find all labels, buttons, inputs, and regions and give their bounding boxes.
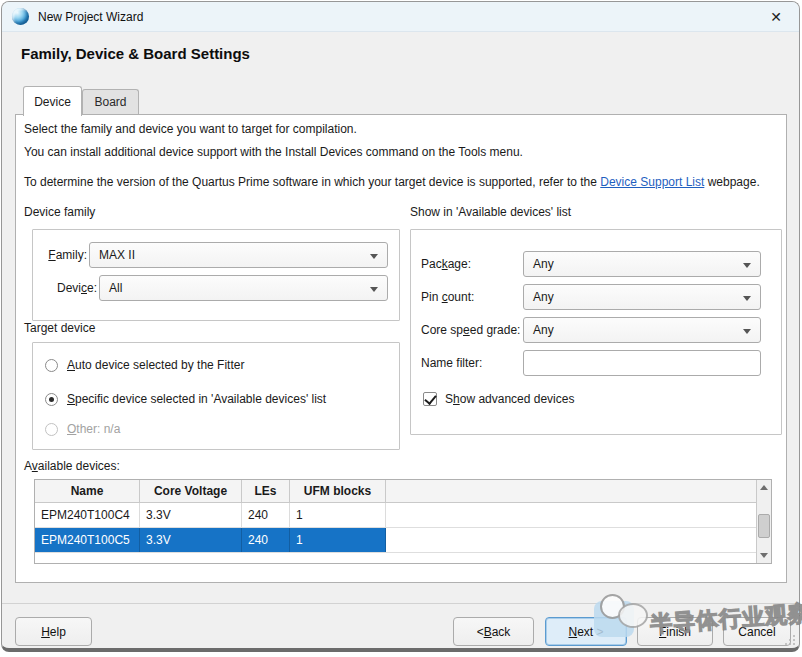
intro-line-2: You can install additional device suppor… — [24, 145, 523, 159]
cell-name: EPM240T100C5 — [35, 528, 140, 552]
show-filters-group: Package: Any Pin count: Any Core speed g… — [410, 229, 782, 435]
button-row-separator — [2, 603, 799, 604]
scroll-up-icon[interactable] — [757, 480, 771, 495]
scroll-down-icon[interactable] — [757, 548, 771, 563]
resize-grip[interactable] — [785, 635, 795, 645]
cancel-button[interactable]: Cancel — [723, 617, 791, 646]
package-dropdown[interactable]: Any — [523, 251, 761, 277]
target-device-title: Target device — [24, 321, 95, 335]
cell-core-voltage: 3.3V — [140, 503, 242, 527]
chevron-down-icon — [370, 287, 378, 292]
cell-name: EPM240T100C4 — [35, 503, 140, 527]
device-label: Device: — [41, 281, 97, 295]
column-header-filler — [386, 480, 771, 502]
chevron-down-icon — [743, 263, 751, 268]
device-tab-panel: Select the family and device you want to… — [15, 114, 787, 583]
radio-auto-device-label: Auto device selected by the Fitter — [67, 358, 244, 372]
intro-line-3: To determine the version of the Quartus … — [24, 175, 760, 189]
checkbox-checked-icon — [423, 392, 437, 406]
radio-other: Other: n/a — [45, 419, 120, 439]
available-devices-label: Available devices: — [24, 459, 120, 473]
cell-filler — [386, 503, 771, 527]
intro-line-1: Select the family and device you want to… — [24, 122, 357, 136]
cell-les: 240 — [242, 528, 290, 552]
intro-line-3-suffix: webpage. — [704, 175, 759, 189]
help-button[interactable]: Help — [15, 617, 92, 646]
cell-ufm-blocks: 1 — [290, 528, 386, 552]
pin-count-label: Pin count: — [421, 290, 474, 304]
family-dropdown-value: MAX II — [99, 248, 135, 262]
table-row[interactable]: EPM240T100C4 3.3V 240 1 — [35, 503, 771, 528]
family-dropdown[interactable]: MAX II — [89, 242, 388, 268]
intro-line-3-prefix: To determine the version of the Quartus … — [24, 175, 600, 189]
scrollbar-thumb[interactable] — [758, 514, 770, 538]
radio-icon — [45, 359, 58, 372]
show-advanced-devices-label: Show advanced devices — [445, 392, 574, 406]
table-scrollbar[interactable] — [756, 480, 771, 563]
radio-auto-device[interactable]: Auto device selected by the Fitter — [45, 355, 244, 375]
cell-filler — [386, 528, 771, 552]
show-filters-title: Show in 'Available devices' list — [410, 205, 571, 219]
radio-specific-device[interactable]: Specific device selected in 'Available d… — [45, 389, 326, 409]
titlebar: New Project Wizard ✕ — [2, 2, 799, 32]
device-family-title: Device family — [24, 205, 95, 219]
chevron-down-icon — [370, 254, 378, 259]
available-devices-table[interactable]: Name Core Voltage LEs UFM blocks EPM240T… — [34, 479, 772, 564]
radio-specific-device-label: Specific device selected in 'Available d… — [67, 392, 326, 406]
column-header-name[interactable]: Name — [35, 480, 140, 502]
radio-disabled-icon — [45, 423, 58, 436]
cell-ufm-blocks: 1 — [290, 503, 386, 527]
close-icon[interactable]: ✕ — [767, 8, 785, 26]
window-title: New Project Wizard — [38, 10, 143, 24]
package-label: Package: — [421, 257, 471, 271]
device-support-list-link[interactable]: Device Support List — [600, 175, 704, 189]
name-filter-input[interactable] — [523, 350, 761, 376]
table-row-selected[interactable]: EPM240T100C5 3.3V 240 1 — [35, 528, 771, 553]
finish-button[interactable]: Finish — [637, 617, 713, 646]
device-dropdown[interactable]: All — [99, 275, 388, 301]
chevron-down-icon — [743, 329, 751, 334]
name-filter-label: Name filter: — [421, 356, 482, 370]
tab-board[interactable]: Board — [82, 89, 139, 114]
pin-count-dropdown-value: Any — [533, 290, 554, 304]
family-label: Family: — [41, 248, 87, 262]
device-family-group: Family: MAX II Device: All — [32, 229, 400, 321]
radio-other-label: Other: n/a — [67, 422, 120, 436]
core-speed-grade-dropdown[interactable]: Any — [523, 317, 761, 343]
column-header-ufm-blocks[interactable]: UFM blocks — [290, 480, 386, 502]
column-header-core-voltage[interactable]: Core Voltage — [140, 480, 242, 502]
quartus-app-icon — [12, 8, 29, 25]
tab-device[interactable]: Device — [23, 86, 82, 116]
next-button[interactable]: Next > — [545, 617, 627, 646]
target-device-group: Auto device selected by the Fitter Speci… — [32, 342, 400, 450]
pin-count-dropdown[interactable]: Any — [523, 284, 761, 310]
table-header-row: Name Core Voltage LEs UFM blocks — [35, 480, 771, 503]
new-project-wizard-dialog: New Project Wizard ✕ Family, Device & Bo… — [1, 1, 800, 652]
cell-les: 240 — [242, 503, 290, 527]
package-dropdown-value: Any — [533, 257, 554, 271]
core-speed-grade-label: Core speed grade: — [421, 323, 520, 337]
cell-core-voltage: 3.3V — [140, 528, 242, 552]
page-title: Family, Device & Board Settings — [21, 45, 250, 62]
device-dropdown-value: All — [109, 281, 122, 295]
show-advanced-devices-checkbox[interactable]: Show advanced devices — [423, 392, 574, 406]
core-speed-grade-dropdown-value: Any — [533, 323, 554, 337]
column-header-les[interactable]: LEs — [242, 480, 290, 502]
radio-checked-icon — [45, 393, 58, 406]
chevron-down-icon — [743, 296, 751, 301]
back-button[interactable]: < Back — [453, 617, 534, 646]
